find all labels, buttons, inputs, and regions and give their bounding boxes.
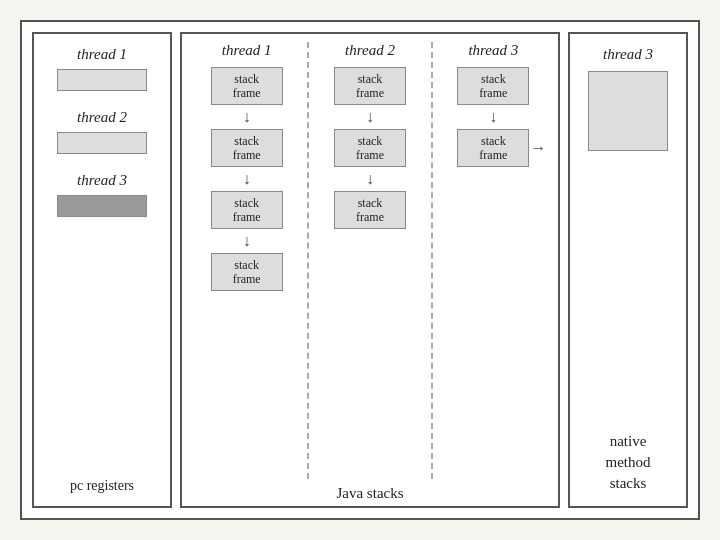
stack-frame-1-1: stackframe (211, 67, 283, 105)
stack-col3-label: thread 3 (468, 42, 518, 59)
pc-thread-3-bar (57, 195, 147, 217)
pc-thread-1: thread 1 (42, 46, 162, 91)
native-method-bar (588, 71, 668, 151)
pc-thread-2-label: thread 2 (77, 109, 127, 126)
arrow-right-icon: → (530, 138, 546, 157)
stack-frame-3-1: stackframe (457, 67, 529, 105)
stack-frame-3-2: stackframe → (457, 129, 529, 167)
stack-frame-1-3: stackframe (211, 191, 283, 229)
pc-thread-1-label: thread 1 (77, 46, 127, 63)
arrow-down-2-1: ↓ (366, 109, 374, 125)
pc-thread-3: thread 3 (42, 172, 162, 217)
java-stacks-label: Java stacks (186, 479, 554, 502)
java-stacks-columns: thread 1 stackframe ↓ stackframe ↓ stack… (186, 42, 554, 479)
stack-col1-label: thread 1 (222, 42, 272, 59)
native-thread-label: thread 3 (603, 46, 653, 63)
stack-column-2: thread 2 stackframe ↓ stackframe ↓ stack… (309, 42, 432, 479)
stack-frame-2-3: stackframe (334, 191, 406, 229)
stack-frame-1-4: stackframe (211, 253, 283, 291)
pc-registers-label: pc registers (70, 478, 134, 498)
stack-frame-2-2: stackframe (334, 129, 406, 167)
arrow-down-1-2: ↓ (243, 171, 251, 187)
arrow-down-1-3: ↓ (243, 233, 251, 249)
pc-thread-3-label: thread 3 (77, 172, 127, 189)
native-stacks-label: nativemethodstacks (606, 431, 651, 498)
java-stacks-panel: thread 1 stackframe ↓ stackframe ↓ stack… (180, 32, 560, 508)
pc-registers-panel: thread 1 thread 2 thread 3 pc registers (32, 32, 172, 508)
arrow-down-3-1: ↓ (489, 109, 497, 125)
pc-thread-2: thread 2 (42, 109, 162, 154)
stack-frame-2-1: stackframe (334, 67, 406, 105)
native-stacks-panel: thread 3 nativemethodstacks (568, 32, 688, 508)
pc-thread-2-bar (57, 132, 147, 154)
stack-column-1: thread 1 stackframe ↓ stackframe ↓ stack… (186, 42, 309, 479)
stack-column-3: thread 3 stackframe ↓ stackframe → (433, 42, 554, 479)
jvm-memory-diagram: thread 1 thread 2 thread 3 pc registers … (20, 20, 700, 520)
stack-frame-1-2: stackframe (211, 129, 283, 167)
pc-thread-1-bar (57, 69, 147, 91)
stack-col2-label: thread 2 (345, 42, 395, 59)
arrow-down-2-2: ↓ (366, 171, 374, 187)
arrow-down-1-1: ↓ (243, 109, 251, 125)
